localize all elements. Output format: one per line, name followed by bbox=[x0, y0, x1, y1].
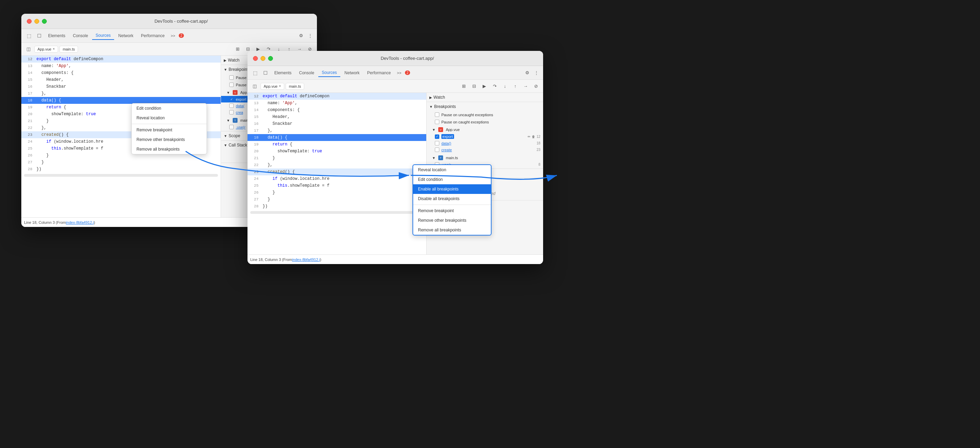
tab-performance-1[interactable]: Performance bbox=[137, 32, 168, 40]
ctx-remove-other-1[interactable]: Remove other breakpoints bbox=[132, 135, 207, 144]
watch-label-1: Watch bbox=[228, 58, 240, 62]
ctx2-remove-other[interactable]: Remove other breakpoints bbox=[413, 215, 491, 225]
more-icon-1[interactable]: ⋮ bbox=[306, 32, 314, 40]
horizontal-scrollbar-1[interactable] bbox=[24, 174, 218, 177]
bp-checkbox-2[interactable] bbox=[229, 104, 234, 108]
watch-chevron-2: ▶ bbox=[430, 96, 432, 99]
tab-sources-1[interactable]: Sources bbox=[92, 32, 114, 40]
file-tab-maints-1[interactable]: main.ts bbox=[59, 46, 78, 53]
status-link-2[interactable]: index-8bfa4912.j bbox=[292, 258, 320, 261]
code-line-2-13: 13 name: 'App', bbox=[248, 100, 426, 107]
tab-network-1[interactable]: Network bbox=[115, 32, 137, 40]
bp-linenum-3: 23 bbox=[536, 148, 540, 151]
breakpoints-section-2: ▼ Breakpoints Pause on uncaught exceptio… bbox=[426, 102, 543, 169]
watch-header-2[interactable]: ▶ Watch bbox=[426, 93, 543, 102]
tab-console-1[interactable]: Console bbox=[70, 32, 91, 40]
bp-checkbox-2-2[interactable] bbox=[435, 141, 439, 145]
breakpoints-label-1: Breakpoints bbox=[229, 67, 250, 72]
gear-icon-2[interactable]: ⚙ bbox=[523, 69, 531, 77]
code-line-2-28: 28 }) bbox=[248, 203, 426, 210]
split-editor-2[interactable]: ⊞ bbox=[459, 82, 468, 91]
close-button-1[interactable] bbox=[27, 19, 32, 24]
sidebar-toggle-1[interactable]: ◫ bbox=[24, 45, 33, 54]
tab-network-2[interactable]: Network bbox=[341, 69, 363, 77]
pause-caught-checkbox-2[interactable] bbox=[435, 120, 439, 124]
inspect-icon-2[interactable]: ⬚ bbox=[250, 68, 260, 78]
status-close-2: ) bbox=[320, 258, 321, 261]
ctx2-reveal-location[interactable]: Reveal location bbox=[413, 165, 491, 175]
resume-2[interactable]: ▶ bbox=[480, 82, 489, 91]
code-editor-2[interactable]: 12 export default defineCompon 13 name: … bbox=[248, 93, 426, 254]
breakpoints-header-2[interactable]: ▼ Breakpoints bbox=[426, 102, 543, 111]
pause-uncaught-checkbox-1[interactable] bbox=[229, 75, 234, 80]
ctx2-edit-condition[interactable]: Edit condition bbox=[413, 175, 491, 184]
ctx2-remove-all[interactable]: Remove all breakpoints bbox=[413, 225, 491, 235]
bp-delete-icon[interactable]: 🗑 bbox=[532, 135, 535, 139]
inspect-icon-1[interactable]: ⬚ bbox=[24, 31, 34, 41]
gear-icon-1[interactable]: ⚙ bbox=[297, 32, 305, 40]
file-tab-appvue-1[interactable]: App.vue ✕ bbox=[34, 46, 58, 53]
bp-file-header-appvue-2[interactable]: ▼ V App.vue bbox=[426, 126, 543, 133]
breakpoints-chevron-2: ▼ bbox=[430, 105, 433, 108]
bp-checkbox-2-1[interactable] bbox=[435, 134, 439, 139]
maximize-button-2[interactable] bbox=[268, 56, 273, 61]
minimize-button-1[interactable] bbox=[34, 19, 39, 24]
step-out-2[interactable]: ↑ bbox=[511, 82, 520, 91]
traffic-lights-1 bbox=[27, 19, 47, 24]
tab-bar-2: ⬚ ☐ Elements Console Sources Network Per… bbox=[248, 66, 543, 80]
tab-elements-1[interactable]: Elements bbox=[45, 32, 69, 40]
tab-overflow-1[interactable]: >> bbox=[169, 33, 177, 38]
bp-checkbox-4[interactable] bbox=[229, 125, 234, 129]
bp-checkbox-3[interactable] bbox=[229, 110, 234, 115]
device-icon-2[interactable]: ☐ bbox=[261, 68, 270, 78]
code-line-2-16: 16 Snackbar bbox=[248, 120, 426, 127]
split-vert-2[interactable]: ⊟ bbox=[469, 82, 479, 91]
deactivate-2[interactable]: ⊘ bbox=[531, 82, 540, 91]
step-2[interactable]: → bbox=[521, 82, 530, 91]
bp-text-2-3: create bbox=[441, 148, 452, 152]
file-tab-label-3: App.vue bbox=[264, 84, 277, 88]
step-over-2[interactable]: ↷ bbox=[490, 82, 499, 91]
sidebar-toggle-2[interactable]: ◫ bbox=[250, 82, 259, 91]
code-line-2-27: 27 } bbox=[248, 196, 426, 203]
ctx-divider-1 bbox=[132, 124, 207, 124]
appvue-icon-2: V bbox=[438, 127, 443, 132]
ctx-remove-bp-1[interactable]: Remove breakpoint bbox=[132, 125, 207, 135]
ctx2-disable-all[interactable]: Disable all breakpoints bbox=[413, 194, 491, 204]
bp-linenum-2: 18 bbox=[536, 141, 540, 145]
ctx2-enable-all[interactable]: Enable all breakpoints bbox=[413, 184, 491, 194]
maximize-button-1[interactable] bbox=[42, 19, 47, 24]
bp-checkbox-2-3[interactable] bbox=[435, 148, 439, 152]
tab-elements-2[interactable]: Elements bbox=[271, 69, 295, 77]
tab-performance-2[interactable]: Performance bbox=[364, 69, 394, 77]
close-tab-icon-2[interactable]: ✕ bbox=[279, 84, 281, 88]
main-content-2: 12 export default defineCompon 13 name: … bbox=[248, 93, 543, 254]
tab-sources-2[interactable]: Sources bbox=[318, 69, 340, 77]
ctx-remove-all-1[interactable]: Remove all breakpoints bbox=[132, 144, 207, 154]
file-tab-maints-2[interactable]: main.ts bbox=[286, 83, 304, 90]
bp-edit-icon[interactable]: ✏ bbox=[528, 135, 530, 139]
tab-console-2[interactable]: Console bbox=[296, 69, 318, 77]
status-link-1[interactable]: index-8bfa4912.j bbox=[66, 220, 94, 225]
bp-file-group-appvue-2: ▼ V App.vue export ✏ 🗑 12 bbox=[426, 126, 543, 154]
close-tab-icon-1[interactable]: ✕ bbox=[52, 48, 55, 51]
bp-file-header-maints-2[interactable]: ▼ T main.ts bbox=[426, 155, 543, 161]
ctx2-remove-bp[interactable]: Remove breakpoint bbox=[413, 206, 491, 215]
split-editor-1[interactable]: ⊞ bbox=[233, 45, 242, 54]
ctx-edit-condition-1[interactable]: Edit condition bbox=[132, 104, 207, 113]
step-into-2[interactable]: ↓ bbox=[501, 82, 509, 91]
minimize-button-2[interactable] bbox=[261, 56, 266, 61]
file-tab-appvue-2[interactable]: App.vue ✕ bbox=[261, 83, 284, 90]
bp-checkbox-1[interactable] bbox=[229, 97, 234, 101]
device-icon-1[interactable]: ☐ bbox=[34, 31, 44, 41]
tab-overflow-2[interactable]: >> bbox=[395, 70, 404, 76]
close-button-2[interactable] bbox=[253, 56, 258, 61]
horizontal-scrollbar-2[interactable] bbox=[250, 211, 423, 214]
watch-chevron-1: ▶ bbox=[224, 59, 226, 62]
pause-uncaught-label-2: Pause on uncaught exceptions bbox=[441, 113, 493, 117]
ctx-reveal-location-1[interactable]: Reveal location bbox=[132, 113, 207, 123]
more-icon-2[interactable]: ⋮ bbox=[532, 69, 540, 77]
pause-caught-checkbox-1[interactable] bbox=[229, 83, 234, 87]
appvue-chevron-1: ▼ bbox=[226, 91, 230, 94]
pause-uncaught-checkbox-2[interactable] bbox=[435, 112, 439, 117]
